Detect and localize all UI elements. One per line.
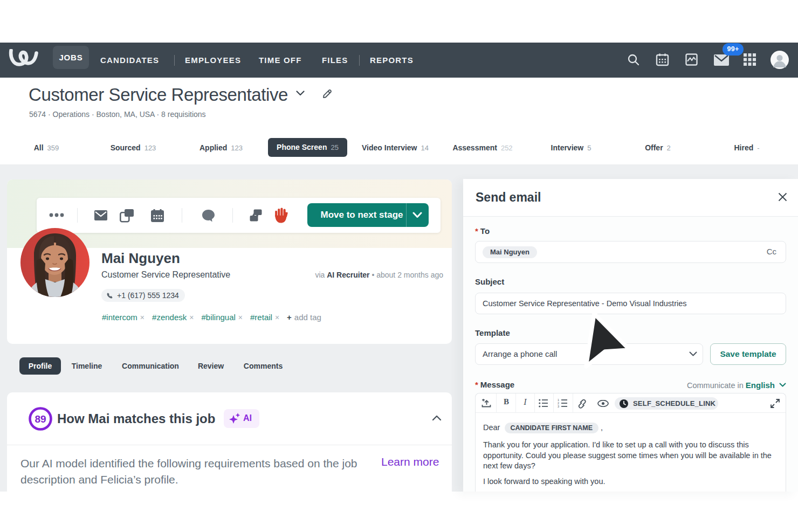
- svg-text:3: 3: [558, 405, 559, 408]
- svg-text:89: 89: [35, 413, 46, 425]
